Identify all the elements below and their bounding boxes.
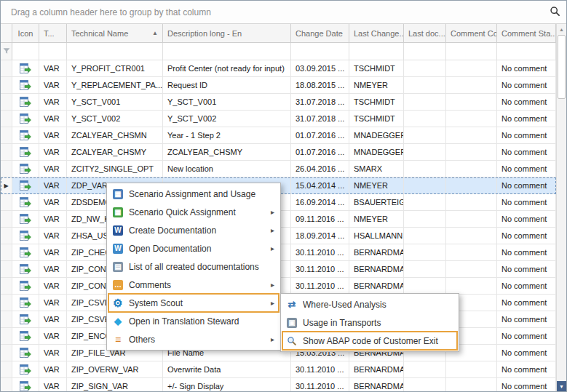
cell-type[interactable]: VAR bbox=[39, 278, 67, 294]
variable-sheet-icon[interactable] bbox=[12, 194, 39, 210]
variable-sheet-icon[interactable] bbox=[12, 328, 39, 344]
cell-comment-count[interactable] bbox=[446, 244, 497, 260]
cell-comment-status[interactable]: No comment bbox=[497, 361, 556, 377]
cell-change-date[interactable]: 18.08.2015 ... bbox=[291, 77, 349, 93]
cell-description[interactable]: Y_SCT_V001 bbox=[163, 94, 291, 110]
cell-last-changed-by[interactable]: MNADEGGER bbox=[349, 144, 404, 160]
menu-item-create-documentation[interactable]: WCreate Documentation▸ bbox=[108, 221, 279, 239]
cell-change-date[interactable]: 30.11.2010 ... bbox=[291, 361, 349, 377]
cell-last-doc[interactable] bbox=[404, 77, 446, 93]
cell-type[interactable]: VAR bbox=[39, 311, 67, 327]
table-row[interactable]: VARZCALYEAR_CHSMYZCALYEAR_CHSMY01.07.201… bbox=[1, 144, 556, 161]
cell-type[interactable]: VAR bbox=[39, 94, 67, 110]
cell-change-date[interactable]: 31.07.2018 ... bbox=[291, 94, 349, 110]
cell-last-doc[interactable] bbox=[404, 378, 446, 391]
menu-item-open-in-translation-steward[interactable]: ◆Open in Translation Steward bbox=[108, 312, 279, 330]
cell-last-doc[interactable] bbox=[404, 161, 446, 177]
variable-sheet-icon[interactable] bbox=[12, 177, 39, 193]
cell-type[interactable]: VAR bbox=[39, 194, 67, 210]
scroll-down-arrow-icon[interactable]: ▼ bbox=[557, 381, 566, 391]
column-header-comment-status[interactable]: Comment Sta... bbox=[497, 24, 556, 42]
cell-description[interactable]: New location bbox=[163, 161, 291, 177]
cell-comment-status[interactable]: No comment bbox=[497, 194, 556, 210]
cell-last-changed-by[interactable]: TSCHMIDT bbox=[349, 111, 404, 127]
cell-change-date[interactable]: 30.11.2010 ... bbox=[291, 244, 349, 260]
cell-comment-count[interactable] bbox=[446, 144, 497, 160]
variable-sheet-icon[interactable] bbox=[12, 60, 39, 76]
column-header-icon[interactable]: Icon bbox=[12, 24, 39, 42]
cell-last-doc[interactable] bbox=[404, 127, 446, 143]
filter-cell-last-doc[interactable] bbox=[404, 43, 446, 60]
cell-technical-name[interactable]: Y_SCT_V002 bbox=[67, 111, 163, 127]
cell-type[interactable]: VAR bbox=[39, 378, 67, 391]
cell-type[interactable]: VAR bbox=[39, 261, 67, 277]
cell-type[interactable]: VAR bbox=[39, 228, 67, 244]
cell-comment-count[interactable] bbox=[446, 361, 497, 377]
cell-last-doc[interactable] bbox=[404, 261, 446, 277]
cell-change-date[interactable]: 18.09.2014 ... bbox=[291, 228, 349, 244]
cell-last-changed-by[interactable]: BERNARDMA bbox=[349, 378, 404, 391]
table-row[interactable]: VARY_PROFIT_CTR001Profit Center (not rea… bbox=[1, 60, 556, 77]
variable-sheet-icon[interactable] bbox=[12, 361, 39, 377]
cell-comment-count[interactable] bbox=[446, 161, 497, 177]
cell-comment-status[interactable]: No comment bbox=[497, 161, 556, 177]
filter-cell-icon[interactable] bbox=[12, 43, 39, 60]
variable-sheet-icon[interactable] bbox=[12, 244, 39, 260]
filter-cell-last-change[interactable] bbox=[349, 43, 404, 60]
cell-last-changed-by[interactable]: NMEYER bbox=[349, 77, 404, 93]
cell-comment-status[interactable]: No comment bbox=[497, 211, 556, 227]
cell-last-changed-by[interactable]: MNADEGGER bbox=[349, 127, 404, 143]
cell-comment-status[interactable]: No comment bbox=[497, 127, 556, 143]
cell-comment-count[interactable] bbox=[446, 211, 497, 227]
cell-comment-status[interactable]: No comment bbox=[497, 311, 556, 327]
cell-technical-name[interactable]: Y_REPLACEMENT_PA... bbox=[67, 77, 163, 93]
scrollbar-thumb[interactable] bbox=[558, 35, 566, 99]
variable-sheet-icon[interactable] bbox=[12, 311, 39, 327]
cell-change-date[interactable]: 15.04.2014 ... bbox=[291, 177, 349, 193]
variable-sheet-icon[interactable] bbox=[12, 144, 39, 160]
cell-comment-count[interactable] bbox=[446, 127, 497, 143]
table-row[interactable]: VARY_SCT_V002Y_SCT_V00231.07.2018 ...TSC… bbox=[1, 111, 556, 127]
variable-sheet-icon[interactable] bbox=[12, 295, 39, 311]
cell-comment-status[interactable]: No comment bbox=[497, 111, 556, 127]
menu-item-comments[interactable]: …Comments▸ bbox=[108, 276, 279, 294]
cell-type[interactable]: VAR bbox=[39, 177, 67, 193]
cell-last-doc[interactable] bbox=[404, 244, 446, 260]
column-header-change-date[interactable]: Change Date bbox=[291, 24, 349, 42]
cell-comment-count[interactable] bbox=[446, 111, 497, 127]
filter-cell-description[interactable] bbox=[163, 43, 291, 60]
cell-technical-name[interactable]: Y_PROFIT_CTR001 bbox=[67, 60, 163, 76]
cell-last-changed-by[interactable]: BERNARDMA bbox=[349, 278, 404, 294]
cell-description[interactable]: Overwrite Data bbox=[163, 361, 291, 377]
cell-comment-status[interactable]: No comment bbox=[497, 228, 556, 244]
cell-type[interactable]: VAR bbox=[39, 295, 67, 311]
filter-cell-change-date[interactable] bbox=[291, 43, 349, 60]
cell-last-doc[interactable] bbox=[404, 60, 446, 76]
cell-type[interactable]: VAR bbox=[39, 111, 67, 127]
cell-description[interactable]: +/- Sign Display bbox=[163, 378, 291, 391]
cell-description[interactable]: Request ID bbox=[163, 77, 291, 93]
table-row[interactable]: VARZCITY2_SINGLE_OPTNew location26.04.20… bbox=[1, 161, 556, 177]
cell-comment-status[interactable]: No comment bbox=[497, 244, 556, 260]
variable-sheet-icon[interactable] bbox=[12, 77, 39, 93]
cell-last-doc[interactable] bbox=[404, 361, 446, 377]
cell-change-date[interactable]: 26.04.2016 ... bbox=[291, 161, 349, 177]
cell-comment-count[interactable] bbox=[446, 261, 497, 277]
cell-comment-count[interactable] bbox=[446, 77, 497, 93]
column-header-type[interactable]: T... bbox=[39, 24, 67, 42]
cell-change-date[interactable]: 30.11.2010 ... bbox=[291, 378, 349, 391]
cell-type[interactable]: VAR bbox=[39, 77, 67, 93]
cell-change-date[interactable]: 03.09.2015 ... bbox=[291, 60, 349, 76]
cell-technical-name[interactable]: ZIP_SIGN_VAR bbox=[67, 378, 163, 391]
cell-last-doc[interactable] bbox=[404, 194, 446, 210]
cell-type[interactable]: VAR bbox=[39, 244, 67, 260]
cell-change-date[interactable]: 01.07.2016 ... bbox=[291, 144, 349, 160]
menu-item-scenario-assignment-and-usage[interactable]: ▦Scenario Assignment and Usage bbox=[108, 185, 279, 203]
cell-type[interactable]: VAR bbox=[39, 328, 67, 344]
menu-item-scenario-quick-assignment[interactable]: ▦Scenario Quick Assignment▸ bbox=[108, 203, 279, 221]
cell-type[interactable]: VAR bbox=[39, 144, 67, 160]
cell-technical-name[interactable]: ZCALYEAR_CHSMN bbox=[67, 127, 163, 143]
cell-last-changed-by[interactable]: SMARX bbox=[349, 161, 404, 177]
cell-technical-name[interactable]: Y_SCT_V001 bbox=[67, 94, 163, 110]
cell-technical-name[interactable]: ZCITY2_SINGLE_OPT bbox=[67, 161, 163, 177]
